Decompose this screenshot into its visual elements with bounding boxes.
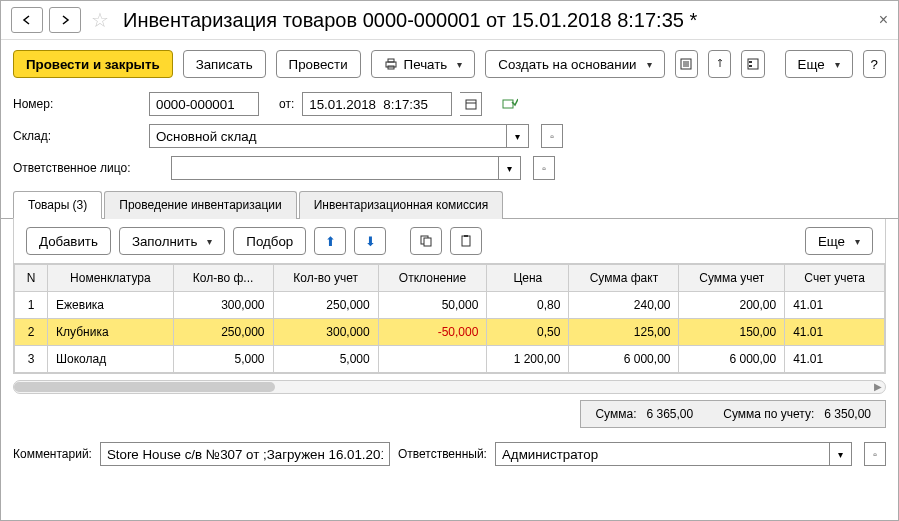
responsible-open-button[interactable]: ▫	[533, 156, 555, 180]
paste-button[interactable]	[450, 227, 482, 255]
move-down-button[interactable]: ⬇	[354, 227, 386, 255]
report-icon-button[interactable]	[675, 50, 698, 78]
admin-dropdown[interactable]: ▾	[830, 442, 852, 466]
svg-rect-12	[503, 100, 513, 108]
help-button[interactable]: ?	[863, 50, 886, 78]
svg-rect-15	[462, 236, 470, 246]
printer-icon	[384, 57, 398, 71]
print-button[interactable]: Печать	[371, 50, 476, 78]
table-row[interactable]: 3Шоколад5,0005,0001 200,006 000,006 000,…	[15, 346, 885, 373]
more-button[interactable]: Еще	[785, 50, 853, 78]
warehouse-input[interactable]	[149, 124, 507, 148]
warehouse-dropdown[interactable]: ▾	[507, 124, 529, 148]
column-header[interactable]: Номенклатура	[48, 265, 174, 292]
tab-inventory-process[interactable]: Проведение инвентаризации	[104, 191, 296, 219]
admin-open-button[interactable]: ▫	[864, 442, 886, 466]
column-header[interactable]: Сумма факт	[569, 265, 679, 292]
warehouse-label: Склад:	[13, 129, 61, 143]
svg-rect-10	[466, 100, 476, 109]
number-input[interactable]	[149, 92, 259, 116]
copy-button[interactable]	[410, 227, 442, 255]
responsible-label: Ответственное лицо:	[13, 161, 163, 175]
horizontal-scrollbar[interactable]	[13, 380, 886, 394]
table-row[interactable]: 1Ежевика300,000250,00050,0000,80240,0020…	[15, 292, 885, 319]
attach-icon-button[interactable]	[708, 50, 731, 78]
create-based-button[interactable]: Создать на основании	[485, 50, 664, 78]
post-and-close-button[interactable]: Провести и закрыть	[13, 50, 173, 78]
responsible-dropdown[interactable]: ▾	[499, 156, 521, 180]
table-row[interactable]: 2Клубника250,000300,000-50,0000,50125,00…	[15, 319, 885, 346]
number-label: Номер:	[13, 97, 61, 111]
column-header[interactable]: Отклонение	[378, 265, 487, 292]
column-header[interactable]: Кол-во учет	[273, 265, 378, 292]
svg-rect-1	[388, 59, 394, 62]
status-icon	[502, 97, 518, 111]
nav-back-button[interactable]	[11, 7, 43, 33]
admin-input[interactable]	[495, 442, 830, 466]
nav-forward-button[interactable]	[49, 7, 81, 33]
comment-input[interactable]	[100, 442, 390, 466]
post-button[interactable]: Провести	[276, 50, 361, 78]
warehouse-open-button[interactable]: ▫	[541, 124, 563, 148]
date-input[interactable]	[302, 92, 452, 116]
svg-rect-16	[464, 235, 468, 237]
calendar-button[interactable]	[460, 92, 482, 116]
column-header[interactable]: Кол-во ф...	[173, 265, 273, 292]
add-row-button[interactable]: Добавить	[26, 227, 111, 255]
svg-rect-14	[424, 238, 431, 246]
totals-panel: Сумма: 6 365,00 Сумма по учету: 6 350,00	[580, 400, 886, 428]
comment-label: Комментарий:	[13, 447, 92, 461]
list-icon-button[interactable]	[741, 50, 764, 78]
responsible2-label: Ответственный:	[398, 447, 487, 461]
tab-goods[interactable]: Товары (3)	[13, 191, 102, 219]
column-header[interactable]: Цена	[487, 265, 569, 292]
goods-table[interactable]: NНоменклатураКол-во ф...Кол-во учетОткло…	[14, 264, 885, 373]
svg-rect-7	[748, 59, 758, 69]
close-button[interactable]: ×	[879, 11, 888, 29]
responsible-input[interactable]	[171, 156, 499, 180]
column-header[interactable]: Счет учета	[785, 265, 885, 292]
tab-commission[interactable]: Инвентаризационная комиссия	[299, 191, 504, 219]
svg-rect-8	[749, 61, 752, 63]
inner-more-button[interactable]: Еще	[805, 227, 873, 255]
fill-button[interactable]: Заполнить	[119, 227, 225, 255]
window-title: Инвентаризация товаров 0000-000001 от 15…	[123, 9, 697, 32]
move-up-button[interactable]: ⬆	[314, 227, 346, 255]
save-button[interactable]: Записать	[183, 50, 266, 78]
from-label: от:	[279, 97, 294, 111]
column-header[interactable]: Сумма учет	[679, 265, 785, 292]
select-button[interactable]: Подбор	[233, 227, 306, 255]
column-header[interactable]: N	[15, 265, 48, 292]
svg-rect-9	[749, 65, 752, 67]
favorite-star-icon[interactable]: ☆	[91, 8, 109, 32]
